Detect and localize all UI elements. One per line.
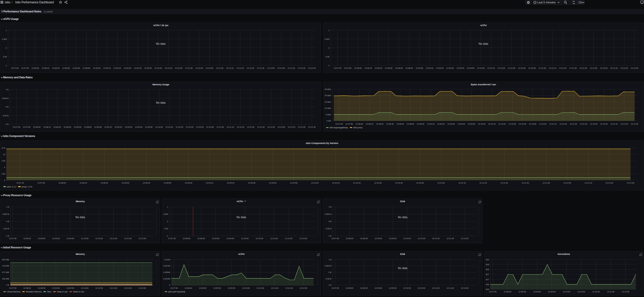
svg-text:12.5: 12.5 xyxy=(1,147,5,149)
svg-text:12:08:30: 12:08:30 xyxy=(360,287,368,289)
svg-text:2.50: 2.50 xyxy=(1,173,5,175)
svg-text:827: 827 xyxy=(486,273,489,276)
svg-text:12:10:30: 12:10:30 xyxy=(577,291,585,293)
svg-text:-1 B: -1 B xyxy=(328,235,331,237)
svg-text:12:10:00: 12:10:00 xyxy=(241,237,249,240)
svg-text:-0.50 B: -0.50 B xyxy=(3,227,9,230)
svg-text:0 B: 0 B xyxy=(329,220,331,223)
svg-text:12:09:40: 12:09:40 xyxy=(457,67,464,69)
svg-text:12:08:00: 12:08:00 xyxy=(504,291,511,293)
svg-text:12:09:30: 12:09:30 xyxy=(248,182,255,184)
svg-text:12:12:10: 12:12:10 xyxy=(610,67,618,69)
svg-text:12:07:50: 12:07:50 xyxy=(37,182,45,184)
svg-text:12:12:10: 12:12:10 xyxy=(288,126,295,128)
svg-text:12:08:50: 12:08:50 xyxy=(407,123,414,125)
svg-text:12:08:20: 12:08:20 xyxy=(52,67,59,69)
svg-text:12:10:50: 12:10:50 xyxy=(529,123,536,125)
svg-text:12:09:30: 12:09:30 xyxy=(446,67,454,69)
svg-text:12:11:20: 12:11:20 xyxy=(479,182,487,184)
svg-text:12:09:20: 12:09:20 xyxy=(436,67,443,69)
svg-text:25 kB/s: 25 kB/s xyxy=(325,88,331,90)
svg-text:12:11:50: 12:11:50 xyxy=(267,126,275,128)
svg-text:20 kB/s: 20 kB/s xyxy=(325,94,331,97)
svg-text:12:08:20: 12:08:20 xyxy=(100,182,108,184)
svg-text:12:09:40: 12:09:40 xyxy=(457,123,465,125)
svg-text:12:10:00: 12:10:00 xyxy=(242,287,250,289)
svg-text:0.00750: 0.00750 xyxy=(163,265,170,267)
svg-text:12:08:00: 12:08:00 xyxy=(23,287,31,289)
svg-text:12:08:30: 12:08:30 xyxy=(63,126,71,128)
svg-text:12:11:30: 12:11:30 xyxy=(447,287,454,289)
svg-text:826: 826 xyxy=(486,288,489,291)
svg-text:12:12:00: 12:12:00 xyxy=(299,237,307,240)
svg-text:12:11:00: 12:11:00 xyxy=(217,126,224,128)
svg-text:12:08:00: 12:08:00 xyxy=(346,237,353,240)
svg-text:-0.50: -0.50 xyxy=(2,56,7,58)
svg-text:12:11:30: 12:11:30 xyxy=(569,67,577,69)
svg-text:12:12:00: 12:12:00 xyxy=(563,182,571,184)
svg-text:12:09:00: 12:09:00 xyxy=(185,182,192,184)
svg-text:12:12:00: 12:12:00 xyxy=(138,237,146,240)
svg-text:12:10:30: 12:10:30 xyxy=(418,237,425,240)
svg-text:-1 B: -1 B xyxy=(5,123,9,125)
svg-text:12:07:40: 12:07:40 xyxy=(334,67,341,69)
svg-text:12:07:30: 12:07:30 xyxy=(331,287,339,289)
svg-text:12:11:10: 12:11:10 xyxy=(458,182,466,184)
svg-text:12:12:00: 12:12:00 xyxy=(277,67,285,69)
svg-text:12:11:00: 12:11:00 xyxy=(432,237,440,240)
svg-text:12:09:00: 12:09:00 xyxy=(533,291,541,293)
svg-text:12:12:30: 12:12:30 xyxy=(308,126,316,128)
svg-text:12:10:10: 12:10:10 xyxy=(332,182,339,184)
svg-text:12:12:20: 12:12:20 xyxy=(298,126,305,128)
svg-text:12:08:00: 12:08:00 xyxy=(183,237,190,240)
svg-text:12:11:00: 12:11:00 xyxy=(110,287,117,289)
svg-text:12:07:30: 12:07:30 xyxy=(331,237,339,240)
svg-text:12:08:00: 12:08:00 xyxy=(354,67,362,69)
svg-text:12:09:00: 12:09:00 xyxy=(93,67,100,69)
svg-text:12:08:30: 12:08:30 xyxy=(197,237,205,240)
svg-text:12:08:00: 12:08:00 xyxy=(346,287,353,289)
svg-text:12:10:40: 12:10:40 xyxy=(519,123,526,125)
svg-text:12:11:30: 12:11:30 xyxy=(247,67,254,69)
svg-text:12:08:40: 12:08:40 xyxy=(395,67,403,69)
svg-text:12:08:50: 12:08:50 xyxy=(84,126,91,128)
svg-text:12:08:30: 12:08:30 xyxy=(386,123,394,125)
svg-text:istio: istio xyxy=(5,1,11,4)
svg-text:12:10:30: 12:10:30 xyxy=(418,287,425,289)
svg-text:12:12:00: 12:12:00 xyxy=(277,126,285,128)
svg-text:12:11:20: 12:11:20 xyxy=(559,67,567,69)
svg-text:12:10:50: 12:10:50 xyxy=(528,67,536,69)
svg-text:12:11:40: 12:11:40 xyxy=(257,126,265,128)
svg-text:12:10:00: 12:10:00 xyxy=(563,291,570,293)
svg-text:12:10:30: 12:10:30 xyxy=(508,67,515,69)
svg-text:12:07:50: 12:07:50 xyxy=(21,67,29,69)
svg-text:12:11:50: 12:11:50 xyxy=(590,123,598,125)
svg-text:12:09:30: 12:09:30 xyxy=(226,237,234,240)
svg-text:-1: -1 xyxy=(328,64,330,67)
svg-text:12:08:10: 12:08:10 xyxy=(364,67,372,69)
svg-text:12:10:10: 12:10:10 xyxy=(488,123,496,125)
svg-text:12:10:00: 12:10:00 xyxy=(477,67,484,69)
svg-text:12:11:30: 12:11:30 xyxy=(447,237,454,240)
svg-text:12:08:30: 12:08:30 xyxy=(360,237,368,240)
svg-text:12:09:40: 12:09:40 xyxy=(134,67,141,69)
svg-text:-0.50 B: -0.50 B xyxy=(325,278,331,280)
svg-text:12:12:30: 12:12:30 xyxy=(631,67,638,69)
svg-text:1: 1 xyxy=(6,29,7,32)
svg-text:12:08:00: 12:08:00 xyxy=(356,123,363,125)
svg-text:12:09:00: 12:09:00 xyxy=(213,287,221,289)
svg-text:12:10:30: 12:10:30 xyxy=(508,123,516,125)
svg-text:12:12:00: 12:12:00 xyxy=(461,287,468,289)
svg-text:12:08:30: 12:08:30 xyxy=(199,287,206,289)
svg-text:828: 828 xyxy=(486,268,489,271)
svg-text:Last 5 minutes: Last 5 minutes xyxy=(537,1,556,4)
svg-text:12:12:30: 12:12:30 xyxy=(631,123,638,125)
svg-text:12:07:50: 12:07:50 xyxy=(344,67,351,69)
svg-text:12:12:20: 12:12:20 xyxy=(606,182,613,184)
svg-text:12:12:30: 12:12:30 xyxy=(627,182,634,184)
svg-text:1: 1 xyxy=(328,29,329,32)
svg-text:12:09:20: 12:09:20 xyxy=(115,126,122,128)
svg-text:12:09:10: 12:09:10 xyxy=(206,182,213,184)
svg-text:12:11:00: 12:11:00 xyxy=(539,123,547,125)
svg-text:12:10:10: 12:10:10 xyxy=(487,67,495,69)
